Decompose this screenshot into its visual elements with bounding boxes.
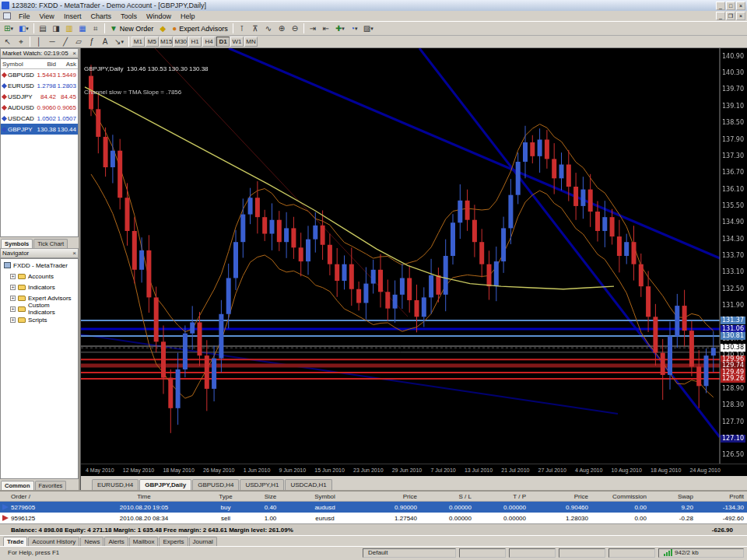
market-watch-toggle-button[interactable]: ▤ — [37, 23, 49, 34]
tab-symbols[interactable]: Symbols — [1, 239, 33, 248]
expand-icon[interactable]: + — [10, 274, 16, 279]
profile-selector[interactable]: Default — [363, 548, 456, 558]
line-chart-button[interactable]: ∿ — [262, 23, 275, 34]
timeframe-d1[interactable]: D1 — [216, 37, 230, 47]
expand-icon[interactable]: + — [10, 285, 16, 290]
terminal-column-size: Size — [249, 493, 292, 500]
market-watch-row-usdcad[interactable]: USDCAD1.05021.0507 — [1, 113, 78, 124]
expand-icon[interactable]: + — [10, 306, 16, 312]
total-profit: -626.90 — [712, 527, 747, 534]
expert-advisors-button[interactable]: ●Expert Advisors — [170, 23, 230, 34]
terminal-tab-news[interactable]: News — [80, 537, 103, 546]
menu-file[interactable]: File — [14, 12, 35, 21]
text-tool-button[interactable]: A — [99, 36, 111, 47]
menu-help[interactable]: Help — [176, 12, 200, 21]
cursor-tool-button[interactable]: ↖ — [2, 36, 14, 47]
market-watch-close-icon[interactable]: × — [72, 50, 76, 57]
market-watch-row-audusd[interactable]: AUDUSD0.90600.9065 — [1, 102, 78, 113]
market-watch-row-usdjpy[interactable]: USDJPY84.4284.45 — [1, 91, 78, 102]
timeframe-m30[interactable]: M30 — [174, 37, 188, 47]
timeframe-m15[interactable]: M15 — [160, 37, 174, 47]
timeframe-mn[interactable]: MN — [244, 37, 258, 47]
child-restore-button[interactable]: ❐ — [726, 12, 735, 20]
terminal-tab-account-history[interactable]: Account History — [28, 537, 79, 546]
navigator-root[interactable]: FXDD - MetaTrader — [1, 260, 78, 271]
timeframe-m5[interactable]: M5 — [146, 37, 159, 47]
candlestick-chart-button[interactable]: ⊼ — [249, 23, 261, 34]
market-watch-row-eurusd[interactable]: EURUSD1.27981.2803 — [1, 80, 78, 91]
timeframe-h1[interactable]: H1 — [188, 37, 202, 47]
minimize-button[interactable]: _ — [716, 2, 725, 10]
server-icon — [4, 262, 11, 268]
timeframe-w1[interactable]: W1 — [230, 37, 244, 47]
chart-tab-gbpusd-h4[interactable]: GBPUSD,H4 — [192, 479, 239, 490]
zoom-in-button[interactable]: ⊕ — [275, 23, 288, 34]
trendline-tool-button[interactable]: ╱ — [59, 36, 72, 47]
menu-tools[interactable]: Tools — [116, 12, 142, 21]
expand-icon[interactable]: + — [10, 317, 16, 323]
metaeditor-button[interactable]: ◆ — [156, 23, 169, 34]
arrows-tool-button[interactable]: ↘▾ — [112, 36, 126, 47]
chart-title-line2: Channel slow = TMA Slope = .7856 — [84, 89, 209, 96]
terminal-toggle-button[interactable]: ▦ — [76, 23, 89, 34]
time-axis-label: 10 Aug 2010 — [612, 467, 642, 473]
tab-tick-chart[interactable]: Tick Chart — [33, 239, 68, 248]
timeframe-h4[interactable]: H4 — [202, 37, 216, 47]
swap-cell: 9.20 — [650, 504, 696, 511]
bar-chart-button[interactable]: ⊺ — [236, 23, 248, 34]
data-window-toggle-button[interactable]: ◨ — [50, 23, 62, 34]
terminal-tab-mailbox[interactable]: Mailbox — [129, 537, 159, 546]
tab-common[interactable]: Common — [1, 481, 34, 490]
chart-tab-usdcad-h1[interactable]: USDCAD,H1 — [285, 479, 331, 490]
periods-button[interactable]: ◔▾ — [348, 23, 360, 34]
terminal-tab-journal[interactable]: Journal — [189, 537, 217, 546]
navigator-toggle-button[interactable]: ▥ — [63, 23, 75, 34]
child-close-button[interactable]: × — [736, 12, 745, 20]
chart-tab-usdjpy-h1[interactable]: USDJPY,H1 — [240, 479, 284, 490]
market-watch-row-gbpusd[interactable]: GBPUSD1.54431.5449 — [1, 69, 78, 80]
templates-button[interactable]: ▨▾ — [361, 23, 376, 34]
zoom-out-button[interactable]: ⊖ — [289, 23, 301, 34]
strategy-tester-button[interactable]: ⌗ — [89, 23, 102, 34]
order-row-5279605[interactable]: 52796052010.08.20 19:05buy0.40audusd0.90… — [0, 502, 747, 513]
market-watch-row-gbpjpy[interactable]: GBPJPY130.38130.44 — [1, 124, 78, 135]
open-price-cell: 0.90000 — [358, 504, 420, 511]
timeframe-m1[interactable]: M1 — [132, 37, 145, 47]
profiles-button[interactable]: ◧▾ — [16, 23, 31, 34]
new-chart-button[interactable]: ⊞▾ — [2, 23, 16, 34]
fibonacci-tool-button[interactable]: ƒ — [86, 36, 98, 47]
terminal-tab-trade[interactable]: Trade — [3, 537, 27, 546]
connection-status[interactable]: 942/2 kb — [658, 548, 744, 558]
symbol-cell: USDCAD — [1, 115, 33, 122]
ask-cell: 84.45 — [56, 93, 78, 100]
terminal-column-commission: Commission — [591, 493, 650, 500]
horizontal-line-tool-button[interactable]: ─ — [46, 36, 58, 47]
menu-insert[interactable]: Insert — [59, 12, 86, 21]
navigator-item-custom-indicators[interactable]: +Custom Indicators — [1, 303, 78, 314]
chart-tab-gbpjpy-daily[interactable]: GBPJPY,Daily — [139, 479, 191, 490]
crosshair-tool-button[interactable]: ⌖ — [15, 36, 27, 47]
order-row-9596125[interactable]: 95961252010.08.20 08:34sell1.00eurusd1.2… — [0, 513, 747, 523]
terminal-tab-alerts[interactable]: Alerts — [104, 537, 128, 546]
navigator-item-scripts[interactable]: +Scripts — [1, 314, 78, 325]
menu-view[interactable]: View — [35, 12, 59, 21]
auto-scroll-button[interactable]: ⇥ — [307, 23, 319, 34]
channel-tool-button[interactable]: ▱ — [72, 36, 85, 47]
menu-window[interactable]: Window — [142, 12, 176, 21]
expand-icon[interactable]: + — [10, 296, 16, 301]
indicators-button[interactable]: ✚▾ — [333, 23, 347, 34]
navigator-close-icon[interactable]: × — [72, 250, 76, 257]
new-order-button[interactable]: ▼New Order — [107, 23, 156, 34]
navigator-item-indicators[interactable]: +Indicators — [1, 282, 78, 292]
chart-tab-eurusd-h4[interactable]: EURUSD,H4 — [92, 479, 139, 490]
navigator-item-accounts[interactable]: +Accounts — [1, 271, 78, 282]
close-button[interactable]: × — [736, 2, 745, 10]
child-minimize-button[interactable]: _ — [716, 12, 725, 20]
terminal-tab-experts[interactable]: Experts — [159, 537, 188, 546]
tab-favorites[interactable]: Favorites — [35, 481, 67, 490]
vertical-line-tool-button[interactable]: │ — [33, 36, 45, 47]
menu-charts[interactable]: Charts — [86, 12, 116, 21]
chart-shift-button[interactable]: ⇤ — [320, 23, 332, 34]
maximize-button[interactable]: □ — [726, 2, 735, 10]
chart-canvas-wrap: GBPJPY,Daily 130.46 130.53 130.30 130.38… — [81, 48, 747, 464]
